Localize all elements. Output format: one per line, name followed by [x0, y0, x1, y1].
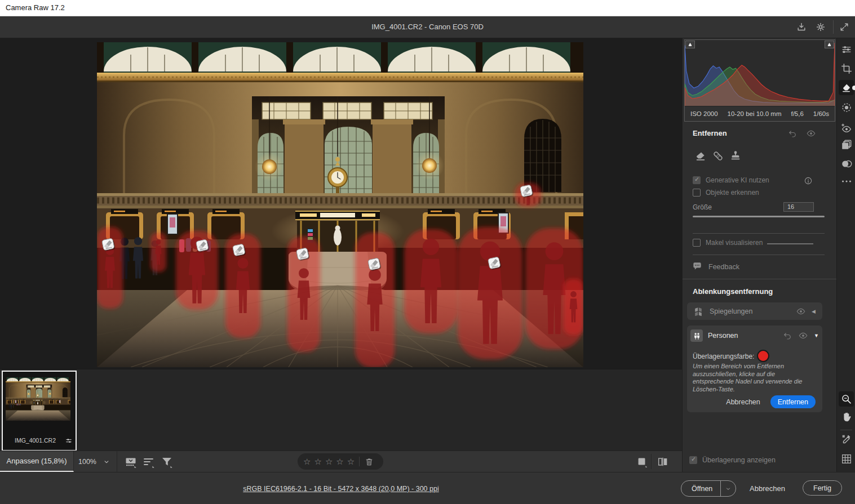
undo-icon[interactable]	[782, 331, 792, 341]
thumbnail-filename: IMG_4001.CR2	[3, 437, 68, 444]
before-after-icon[interactable]	[657, 456, 669, 468]
document-header: IMG_4001.CR2 - Canon EOS 70D	[0, 16, 855, 38]
crop-tool-icon[interactable]	[840, 63, 853, 75]
open-button-label[interactable]: Öffnen	[681, 481, 720, 496]
save-image-icon[interactable]	[796, 21, 807, 33]
masking-tool-icon[interactable]	[840, 101, 853, 114]
single-view-icon[interactable]	[636, 456, 648, 468]
filmstrip-view-icon[interactable]	[124, 455, 138, 469]
reflections-row[interactable]: Spiegelungen ◀	[687, 302, 822, 320]
overlay-color-swatch[interactable]	[757, 350, 769, 362]
reflections-icon	[693, 306, 704, 317]
visualize-threshold-slider[interactable]	[767, 243, 813, 244]
done-button[interactable]: Fertig	[803, 480, 842, 496]
lens-value: 10-20 bei 10.0 mm	[728, 110, 782, 117]
highlight-clipping-icon[interactable]	[825, 41, 834, 48]
open-button[interactable]: Öffnen	[681, 480, 736, 497]
window-titlebar: Camera Raw 17.2	[0, 0, 855, 16]
divider	[651, 454, 652, 469]
thumbnail-image	[6, 377, 70, 421]
star-2[interactable]: ☆	[314, 457, 321, 466]
hand-tool-icon[interactable]	[840, 411, 853, 423]
tool-rail	[836, 38, 855, 472]
white-balance-eyedropper-icon[interactable]	[840, 434, 853, 446]
feedback-bubble-icon[interactable]	[692, 261, 703, 272]
zoom-tool-icon[interactable]	[839, 391, 854, 407]
detect-objects-label: Objekte erkennen	[706, 189, 759, 197]
collapse-triangle-icon[interactable]: ◀	[812, 309, 816, 314]
visibility-eye-icon[interactable]	[798, 331, 808, 341]
remove-panel-title: Entfernen	[693, 129, 727, 137]
star-1[interactable]: ☆	[303, 457, 311, 466]
people-apply-button[interactable]: Entfernen	[770, 395, 816, 408]
checkbox[interactable]	[693, 189, 701, 197]
grid-overlay-icon[interactable]	[840, 453, 853, 465]
people-icon	[690, 329, 703, 342]
star-4[interactable]: ☆	[336, 457, 343, 466]
exclusion-help-text: Um einen Bereich vom Entfernen auszuschl…	[693, 363, 810, 393]
reflections-label: Spiegelungen	[710, 307, 752, 315]
divider	[833, 20, 834, 34]
generative-ai-label: Generative KI nutzen	[706, 176, 769, 184]
more-tools-icon[interactable]	[840, 175, 853, 188]
distraction-panel-title: Ablenkungsentfernung	[693, 287, 773, 296]
status-bar: sRGB IEC61966-2.1 - 16 Bit - 5472 x 3648…	[0, 472, 855, 504]
red-eye-tool-icon[interactable]	[840, 122, 853, 135]
visualize-spots-checkbox[interactable]: Makel visualisieren	[693, 239, 763, 247]
edit-sliders-tool-icon[interactable]	[840, 43, 853, 56]
detect-objects-checkbox[interactable]: Objekte erkennen	[693, 189, 759, 197]
filmstrip-thumbnail[interactable]: IMG_4001.CR2	[2, 371, 77, 451]
info-icon[interactable]	[803, 176, 813, 186]
window-title: Camera Raw 17.2	[6, 3, 65, 12]
cancel-button[interactable]: Abbrechen	[750, 484, 785, 493]
snapshots-icon[interactable]	[840, 158, 853, 170]
open-options-chevron-icon[interactable]	[721, 481, 736, 496]
overlay-color-label: Überlagerungsfarbe:	[693, 353, 754, 360]
checkbox[interactable]	[689, 456, 697, 464]
zoom-chevron-icon[interactable]	[103, 458, 110, 466]
photo-preview[interactable]	[97, 42, 583, 367]
filmstrip: IMG_4001.CR2	[0, 369, 682, 451]
shadow-clipping-icon[interactable]	[685, 41, 695, 48]
edited-badge-icon	[65, 437, 73, 445]
filter-icon[interactable]	[160, 455, 174, 469]
expand-triangle-icon[interactable]: ▼	[814, 333, 819, 338]
document-title: IMG_4001.CR2 - Canon EOS 70D	[0, 23, 855, 31]
sort-order-icon[interactable]	[142, 455, 156, 469]
presets-icon[interactable]	[840, 139, 853, 151]
size-slider[interactable]	[693, 216, 825, 217]
camera-raw-window: Camera Raw 17.2 IMG_4001.CR2 - Canon EOS…	[0, 0, 855, 504]
preferences-gear-icon[interactable]	[815, 21, 826, 33]
star-rating[interactable]: ☆☆☆☆☆	[303, 457, 355, 466]
image-info: sRGB IEC61966-2.1 - 16 Bit - 5472 x 3648…	[0, 483, 682, 493]
zoom-level[interactable]: 100%	[74, 451, 101, 472]
checkbox[interactable]	[693, 239, 701, 247]
histogram[interactable]: ISO 2000 10-20 bei 10.0 mm f/5,6 1/60s	[684, 39, 835, 122]
feedback-link[interactable]: Feedback	[708, 263, 739, 271]
clone-stamp-icon[interactable]	[729, 150, 742, 162]
generative-ai-checkbox[interactable]: Generative KI nutzen	[693, 176, 769, 184]
shutter-value: 1/60s	[813, 110, 829, 117]
show-overlay-checkbox[interactable]: Überlagerung anzeigen	[689, 456, 776, 464]
bottom-toolbar: Anpassen (15,8%) 100% ☆☆☆☆☆	[0, 451, 682, 472]
trash-icon[interactable]	[364, 457, 374, 467]
remove-brush-icon[interactable]	[694, 150, 707, 162]
visibility-eye-icon[interactable]	[806, 128, 816, 139]
show-overlay-label: Überlagerung anzeigen	[702, 456, 776, 464]
star-5[interactable]: ☆	[347, 457, 355, 466]
view-mode-tab[interactable]: Anpassen (15,8%)	[0, 451, 74, 472]
divider	[840, 430, 852, 430]
undo-icon[interactable]	[787, 128, 798, 139]
people-card: Personen ▼ Überlagerungsfarbe: Um einen …	[687, 325, 822, 412]
star-3[interactable]: ☆	[325, 457, 333, 466]
image-info-link[interactable]: sRGB IEC61966-2.1 - 16 Bit - 5472 x 3648…	[243, 485, 438, 493]
fullscreen-icon[interactable]	[839, 21, 850, 33]
people-cancel-button[interactable]: Abbrechen	[726, 398, 760, 406]
size-input[interactable]: 16	[783, 202, 814, 212]
remove-tool-icon[interactable]	[839, 80, 854, 95]
edit-panel: ISO 2000 10-20 bei 10.0 mm f/5,6 1/60s E…	[682, 38, 836, 472]
visibility-eye-icon[interactable]	[796, 306, 806, 316]
histogram-plot	[685, 40, 835, 106]
checkbox[interactable]	[693, 176, 701, 184]
heal-brush-icon[interactable]	[712, 150, 724, 162]
